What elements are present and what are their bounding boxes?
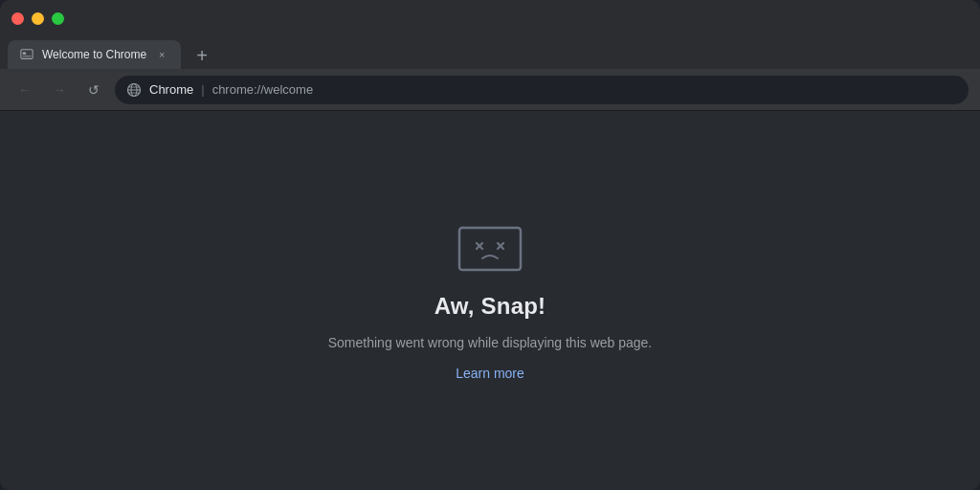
active-tab[interactable]: Welcome to Chrome × [8, 40, 181, 69]
security-icon [126, 82, 142, 98]
address-separator: | [201, 82, 204, 97]
error-message: Something went wrong while displaying th… [328, 335, 653, 350]
traffic-lights [11, 12, 64, 25]
tab-bar: Welcome to Chrome × + [0, 36, 980, 69]
learn-more-link[interactable]: Learn more [456, 366, 524, 381]
navigation-bar: ← → ↺ Chrome | chrome://welcome [0, 69, 980, 111]
svg-rect-6 [459, 228, 521, 270]
error-icon [456, 220, 524, 278]
tab-favicon [19, 47, 34, 62]
svg-rect-1 [23, 52, 27, 55]
tab-close-button[interactable]: × [154, 47, 169, 62]
title-bar [0, 0, 980, 36]
page-content: Aw, Snap! Something went wrong while dis… [0, 111, 980, 490]
back-button[interactable]: ← [11, 77, 38, 103]
address-text: Chrome | chrome://welcome [149, 82, 313, 97]
reload-button[interactable]: ↺ [80, 77, 107, 103]
error-title: Aw, Snap! [434, 293, 546, 320]
maximize-button[interactable] [52, 12, 64, 25]
new-tab-button[interactable]: + [189, 42, 215, 69]
minimize-button[interactable] [32, 12, 44, 25]
address-bar[interactable]: Chrome | chrome://welcome [115, 76, 969, 104]
address-url: chrome://welcome [212, 82, 313, 97]
tab-title: Welcome to Chrome [42, 48, 146, 61]
forward-button[interactable]: → [46, 77, 73, 103]
close-button[interactable] [11, 12, 24, 25]
site-name: Chrome [149, 82, 193, 97]
